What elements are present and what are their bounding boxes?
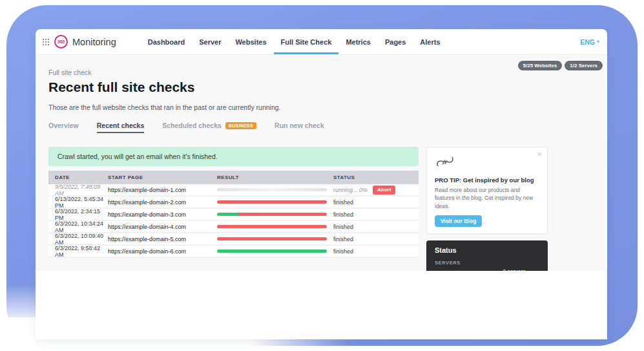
handshake-icon [435,160,455,171]
status-panel: Status SERVERS 0 open alert(s) 0 servers… [426,240,548,271]
table-row[interactable]: 6/3/2022, 10:09:40 AM https://example-do… [48,233,419,246]
status-text: finished [333,224,353,230]
check-start-page: https://example-domain-4.com [108,224,217,230]
nav-item-websites[interactable]: Websites [228,29,273,54]
column-header-date[interactable]: DATE [48,175,108,180]
progress-bar [217,237,327,240]
language-selector[interactable]: ENG ▾ [580,29,599,54]
protip-body: Read more about our products and feature… [435,186,539,210]
checks-table: DATE START PAGE RESULT STATUS 9/5/2022, … [48,171,419,258]
check-start-page: https://example-domain-5.com [108,236,217,242]
visit-blog-button[interactable]: Visit our Blog [435,215,482,227]
check-start-page: https://example-domain-1.com [108,187,217,193]
progress-bar [217,250,327,253]
check-result [217,250,333,253]
servers-quota-badge[interactable]: 1/2 Servers [565,61,603,70]
quota-badges: 5/25 Websites 1/2 Servers [518,61,603,70]
nav-item-pages[interactable]: Pages [378,29,413,54]
servers-section-label: SERVERS [435,260,539,266]
main-navigation: Dashboard Server Websites Full Site Chec… [141,29,448,54]
check-date: 6/3/2022, 9:58:42 AM [48,245,108,258]
success-alert: Crawl started, you will get an email whe… [48,147,419,166]
servers-status-row: 0 open alert(s) 0 servers down [435,268,539,271]
check-result [217,188,333,191]
top-navbar: 360 Monitoring Dashboard Server Websites… [36,29,607,55]
breadcrumb: Full site check [48,55,594,76]
app-grid-icon[interactable] [42,38,50,46]
table-row[interactable]: 9/5/2022, 7:48:09 AM https://example-dom… [48,184,419,197]
mockup-stage: 360 Monitoring Dashboard Server Websites… [0,0,644,351]
column-header-status[interactable]: STATUS [333,175,419,180]
chevron-down-icon: ▾ [597,39,599,45]
content-area: 5/25 Websites 1/2 Servers Full site chec… [36,55,607,271]
tab-bar: Overview Recent checks Scheduled checksB… [48,122,594,134]
tab-recent-checks[interactable]: Recent checks [97,122,145,133]
status-text: finished [333,236,353,242]
table-header-row: DATE START PAGE RESULT STATUS [48,171,419,184]
brand-area: 360 Monitoring [41,29,116,54]
check-result [217,213,333,216]
business-badge: BUSINESS [225,122,256,129]
tab-scheduled-checks-label: Scheduled checks [162,122,222,129]
sidebar-column: × PRO TIP: Get inspire [426,147,548,271]
check-result [217,200,333,204]
tab-overview[interactable]: Overview [48,122,79,133]
table-row[interactable]: 6/13/2022, 5:45:34 PM https://example-do… [48,197,419,209]
tab-scheduled-checks[interactable]: Scheduled checksBUSINESS [162,122,256,134]
check-status: finished [333,248,419,255]
check-status: finished [333,199,419,206]
app-window: 360 Monitoring Dashboard Server Websites… [36,29,607,339]
check-start-page: https://example-domain-6.com [108,248,217,255]
progress-bar [217,213,327,216]
check-status: finished [333,224,419,230]
check-date: 6/13/2022, 5:45:34 PM [48,196,108,209]
page-subtitle: Those are the full website checks that r… [48,103,594,111]
language-label: ENG [580,38,595,46]
table-row[interactable]: 6/3/2022, 10:34:24 AM https://example-do… [48,221,419,233]
tab-run-new-check[interactable]: Run new check [275,122,324,133]
check-result [217,225,333,228]
logo-360-icon: 360 [54,35,68,48]
protip-title: PRO TIP: Get inspired by our blog [435,176,539,184]
progress-bar [217,188,327,191]
table-row[interactable]: 6/3/2022, 2:34:15 PM https://example-dom… [48,209,419,221]
nav-item-alerts[interactable]: Alerts [413,29,447,54]
websites-quota-badge[interactable]: 5/25 Websites [518,61,563,70]
servers-down-label: 0 servers down [503,268,539,271]
column-header-start-page[interactable]: START PAGE [108,175,217,180]
protip-card: × PRO TIP: Get inspire [426,147,548,234]
status-text: running... 0% [333,187,368,193]
check-status: running... 0% Abort [333,186,419,195]
abort-button[interactable]: Abort [373,186,395,195]
column-header-result[interactable]: RESULT [217,175,333,180]
content-columns: Crawl started, you will get an email whe… [48,147,594,271]
nav-item-full-site-check[interactable]: Full Site Check [274,29,339,54]
brand-name: Monitoring [72,37,116,47]
nav-item-dashboard[interactable]: Dashboard [141,29,192,54]
servers-open-alerts: 0 open alert(s) [435,268,495,271]
progress-bar [217,225,327,228]
check-status: finished [333,236,419,242]
check-start-page: https://example-domain-3.com [108,211,217,218]
check-date: 6/3/2022, 10:09:40 AM [48,233,108,246]
check-date: 6/3/2022, 2:34:15 PM [48,208,108,221]
status-text: finished [333,199,353,206]
status-text: finished [333,248,353,255]
servers-down: 0 servers down [495,268,539,271]
check-start-page: https://example-domain-2.com [108,199,217,206]
check-result [217,237,333,240]
table-row[interactable]: 6/3/2022, 9:58:42 AM https://example-dom… [48,246,419,258]
check-status: finished [333,211,419,218]
main-column: Crawl started, you will get an email whe… [48,147,419,258]
nav-item-server[interactable]: Server [192,29,228,54]
check-date: 6/3/2022, 10:34:24 AM [48,220,108,233]
page-title: Recent full site checks [48,80,594,95]
nav-item-metrics[interactable]: Metrics [338,29,378,54]
status-text: finished [333,211,353,218]
status-panel-title: Status [435,246,539,254]
progress-bar [217,200,327,204]
close-icon[interactable]: × [537,149,542,159]
check-date: 9/5/2022, 7:48:09 AM [48,184,108,197]
